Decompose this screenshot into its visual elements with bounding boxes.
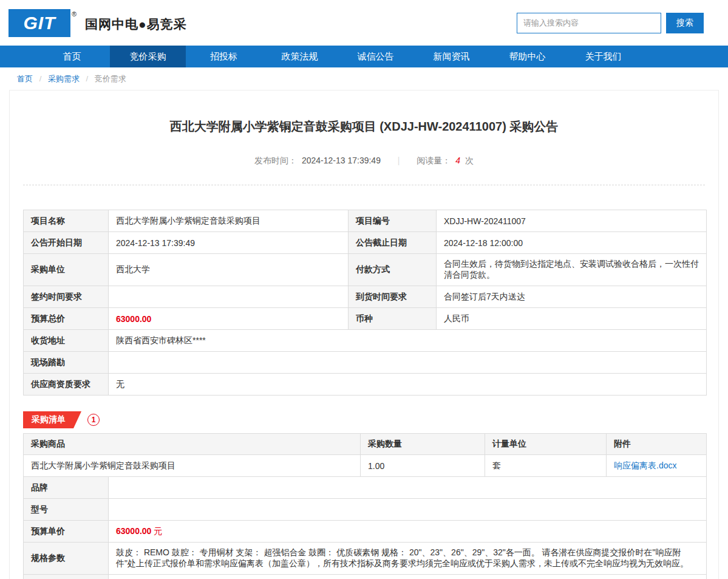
table-row: 品牌 [24,477,707,499]
purchase-list-header: 采购清单 1 [23,411,705,428]
project-detail-table: 项目名称 西北大学附属小学紫铜定音鼓采购项目 项目编号 XDJJ-HW-2024… [23,210,707,396]
detail-value [109,352,707,374]
product-quantity: 1.00 [361,455,485,477]
column-header-attachment: 附件 [607,434,707,455]
product-unit: 套 [485,455,607,477]
detail-label: 项目编号 [349,210,437,232]
after-sales-label: 售后服务 [24,575,109,579]
breadcrumb-purchase-demand[interactable]: 采购需求 [48,74,80,83]
nav-item-help-center[interactable]: 帮助中心 [489,46,565,67]
table-row: 现场踏勘 [24,352,707,374]
table-row: 公告开始日期 2024-12-13 17:39:49 公告截止日期 2024-1… [24,232,707,254]
brand-label: 品牌 [24,477,109,499]
detail-value: 西北大学附属小学紫铜定音鼓采购项目 [109,210,349,232]
product-name: 西北大学附属小学紫铜定音鼓采购项目 [24,455,361,477]
nav-item-policy[interactable]: 政策法规 [262,46,338,67]
detail-label: 供应商资质要求 [24,374,109,396]
detail-label: 公告截止日期 [349,232,437,254]
table-row: 预算单价 63000.00 元 [24,521,707,543]
announcement-title: 西北大学附属小学紫铜定音鼓采购项目 (XDJJ-HW-202411007) 采购… [23,118,705,135]
views-unit: 次 [465,156,474,165]
table-header-row: 采购商品 采购数量 计量单位 附件 [24,434,707,455]
site-header: GIT ® 国网中电●易竞采 搜索 [0,0,728,46]
unit-price-amount: 63000.00 [116,526,151,536]
detail-label: 现场踏勘 [24,352,109,374]
detail-value: 2024-12-18 12:00:00 [437,232,707,254]
nav-item-news[interactable]: 新闻资讯 [413,46,489,67]
views-label: 阅读量： [417,156,451,165]
detail-label: 到货时间要求 [349,286,437,308]
breadcrumb: 首页 / 采购需求 / 竞价需求 [0,67,728,90]
breadcrumb-current: 竞价需求 [95,74,126,83]
brand: GIT ® 国网中电●易竞采 [9,9,187,37]
item-count-badge: 1 [87,414,100,426]
breadcrumb-separator: / [39,74,42,83]
nav-item-tender[interactable]: 招投标 [186,46,262,67]
table-row: 型号 [24,499,707,521]
table-row: 规格参数 鼓皮： REMO 鼓腔： 专用铜材 支架： 超强铝合金 鼓圈： 优质碳… [24,543,707,575]
purchase-list-label: 采购清单 [32,414,66,424]
model-value [109,499,707,521]
column-header-quantity: 采购数量 [361,434,485,455]
detail-label: 币种 [349,308,437,330]
detail-value: 合同生效后，待货物到达指定地点、安装调试验收合格后，一次性付清合同货款。 [437,254,707,286]
table-row: 签约时间要求 到货时间要求 合同签订后7天内送达 [24,286,707,308]
announcement-meta: 发布时间： 2024-12-13 17:39:49 | 阅读量： 4 次 [23,156,705,166]
attachment-link[interactable]: 响应偏离表.docx [614,461,676,470]
spec-label: 规格参数 [24,543,109,575]
publish-time-value: 2024-12-13 17:39:49 [302,156,381,165]
search-input[interactable] [517,13,661,33]
site-name: 国网中电●易竞采 [85,16,187,33]
after-sales-value: 质保十年，三年内维护。 [109,575,707,579]
table-row: 西北大学附属小学紫铜定音鼓采购项目 1.00 套 响应偏离表.docx [24,455,707,477]
table-row: 供应商资质要求 无 [24,374,707,396]
nav-item-home[interactable]: 首页 [34,46,110,67]
nav-item-about-us[interactable]: 关于我们 [565,46,641,67]
detail-label: 付款方式 [349,254,437,286]
detail-label: 签约时间要求 [24,286,109,308]
detail-label: 预算总价 [24,308,109,330]
table-row: 项目名称 西北大学附属小学紫铜定音鼓采购项目 项目编号 XDJJ-HW-2024… [24,210,707,232]
detail-label: 收货地址 [24,330,109,352]
breadcrumb-separator: / [86,74,89,83]
search-button[interactable]: 搜索 [666,13,704,33]
unit-price-currency: 元 [154,526,162,536]
logo-text: GIT [24,13,56,33]
main-nav: 首页 竞价采购 招投标 政策法规 诚信公告 新闻资讯 帮助中心 关于我们 [0,46,728,67]
detail-value: 陕西省西安市碑林区**** [109,330,707,352]
detail-label: 项目名称 [24,210,109,232]
detail-value: 人民币 [437,308,707,330]
nav-item-bidding-purchase[interactable]: 竞价采购 [110,46,186,67]
dashed-divider [23,185,705,185]
model-label: 型号 [24,499,109,521]
column-header-unit: 计量单位 [485,434,607,455]
meta-divider: | [398,156,400,165]
unit-price-value: 63000.00 元 [109,521,707,543]
product-attachment-cell: 响应偏离表.docx [607,455,707,477]
purchase-list-ribbon: 采购清单 [23,411,81,428]
detail-value: 合同签订后7天内送达 [437,286,707,308]
product-table: 采购商品 采购数量 计量单位 附件 西北大学附属小学紫铜定音鼓采购项目 1.00… [23,433,707,579]
table-row: 收货地址 陕西省西安市碑林区**** [24,330,707,352]
detail-label: 采购单位 [24,254,109,286]
nav-item-integrity-notice[interactable]: 诚信公告 [338,46,413,67]
budget-total-price: 63000.00 [109,308,349,330]
site-logo[interactable]: GIT [9,9,70,37]
breadcrumb-home[interactable]: 首页 [17,74,33,83]
views-count: 4 [455,156,460,165]
detail-label: 公告开始日期 [24,232,109,254]
announcement-card: 西北大学附属小学紫铜定音鼓采购项目 (XDJJ-HW-202411007) 采购… [9,90,719,579]
unit-price-label: 预算单价 [24,521,109,543]
detail-value: XDJJ-HW-202411007 [437,210,707,232]
detail-value: 西北大学 [109,254,349,286]
table-row: 预算总价 63000.00 币种 人民币 [24,308,707,330]
detail-value: 无 [109,374,707,396]
search-bar: 搜索 [517,13,704,33]
spec-value: 鼓皮： REMO 鼓腔： 专用铜材 支架： 超强铝合金 鼓圈： 优质碳素钢 规格… [109,543,707,575]
table-row: 售后服务 质保十年，三年内维护。 [24,575,707,579]
detail-value [109,286,349,308]
detail-value: 2024-12-13 17:39:49 [109,232,349,254]
registered-trademark-mark: ® [72,10,77,18]
brand-value [109,477,707,499]
publish-time-label: 发布时间： [254,156,297,165]
